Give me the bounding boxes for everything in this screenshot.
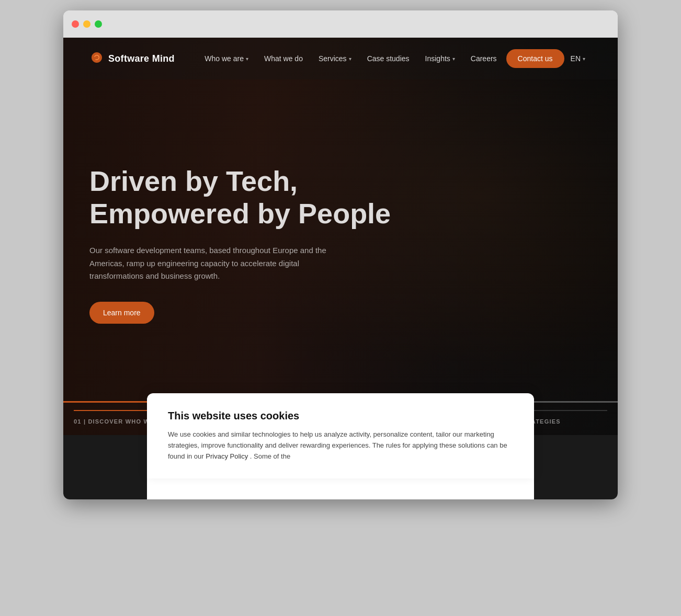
minimize-button[interactable] bbox=[83, 20, 90, 28]
cookie-banner: This website uses cookies We use cookies… bbox=[147, 393, 534, 478]
nav-item-case-studies[interactable]: Case studies bbox=[361, 50, 416, 67]
chevron-down-icon: ▾ bbox=[452, 56, 455, 62]
logo-link[interactable]: Software Mind bbox=[89, 51, 175, 66]
hero-title: Driven by Tech, Empowered by People bbox=[89, 165, 393, 230]
nav-item-who-we-are[interactable]: Who we are ▾ bbox=[198, 50, 255, 67]
cookie-banner-title: This website uses cookies bbox=[168, 410, 513, 422]
contact-us-button-nav[interactable]: Contact us bbox=[506, 49, 564, 68]
nav-item-services[interactable]: Services ▾ bbox=[312, 50, 358, 67]
nav-label-what-we-do: What we do bbox=[264, 54, 303, 63]
browser-titlebar bbox=[63, 10, 618, 38]
hero-section: Software Mind Who we are ▾ What we do bbox=[63, 38, 618, 435]
chevron-down-icon: ▾ bbox=[349, 56, 351, 62]
logo-icon bbox=[89, 51, 104, 66]
chevron-down-icon: ▾ bbox=[583, 56, 585, 62]
learn-more-button[interactable]: Learn more bbox=[89, 302, 154, 324]
website-content: Software Mind Who we are ▾ What we do bbox=[63, 38, 618, 499]
language-label: EN bbox=[571, 54, 581, 63]
nav-label-insights: Insights bbox=[425, 54, 450, 63]
hero-subtitle: Our software development teams, based th… bbox=[89, 244, 351, 283]
chevron-down-icon: ▾ bbox=[246, 56, 248, 62]
cookie-banner-text: We use cookies and similar technologies … bbox=[168, 429, 513, 462]
contact-us-label: Contact us bbox=[518, 54, 553, 63]
maximize-button[interactable] bbox=[95, 20, 102, 28]
nav-label-case-studies: Case studies bbox=[367, 54, 410, 63]
language-selector[interactable]: EN ▾ bbox=[564, 50, 592, 67]
privacy-policy-link[interactable]: Privacy Policy bbox=[206, 452, 248, 460]
cookie-text-after: . Some of the bbox=[250, 452, 290, 460]
nav-label-who-we-are: Who we are bbox=[205, 54, 244, 63]
browser-window: Software Mind Who we are ▾ What we do bbox=[63, 10, 618, 499]
nav-item-insights[interactable]: Insights ▾ bbox=[419, 50, 461, 67]
hero-content: Driven by Tech, Empowered by People Our … bbox=[63, 38, 618, 435]
logo-text: Software Mind bbox=[108, 53, 175, 64]
cookie-banner-bottom bbox=[147, 478, 534, 499]
nav-label-careers: Careers bbox=[471, 54, 497, 63]
nav-label-services: Services bbox=[319, 54, 347, 63]
navbar: Software Mind Who we are ▾ What we do bbox=[63, 38, 618, 79]
nav-item-what-we-do[interactable]: What we do bbox=[258, 50, 309, 67]
nav-item-careers[interactable]: Careers bbox=[464, 50, 503, 67]
nav-links: Who we are ▾ What we do Services ▾ bbox=[198, 49, 564, 68]
close-button[interactable] bbox=[72, 20, 79, 28]
